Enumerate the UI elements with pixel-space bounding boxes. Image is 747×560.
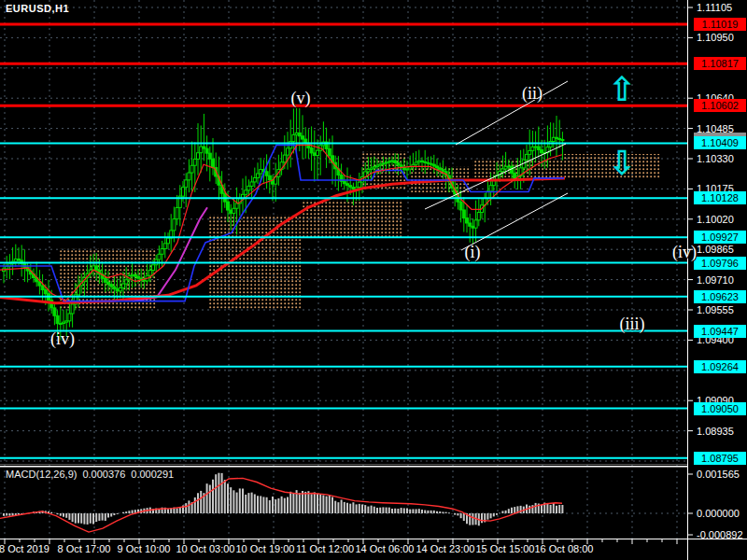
macd-value: 0.000376	[82, 469, 125, 480]
time-tick-label: 14 Oct 06:00	[356, 543, 415, 554]
down-arrow-icon[interactable]: ⇩	[608, 147, 636, 180]
support-level-label: 1.09447	[694, 325, 746, 338]
price-tick-label: 1.09555	[697, 304, 734, 315]
time-tick-label: 15 Oct 15:00	[476, 543, 535, 554]
macd-scale-label: 0.000000	[697, 508, 740, 519]
time-tick-label: 11 Oct 12:00	[296, 543, 354, 554]
time-tick-label: 9 Oct 10:00	[118, 543, 171, 554]
time-tick-label: 8 Oct 2019	[0, 543, 49, 554]
elliott-wave-label[interactable]: (i)	[465, 243, 481, 262]
support-level-label: 1.09623	[694, 290, 746, 303]
price-tick-label: 1.10330	[697, 153, 734, 164]
support-level-label: 1.09796	[694, 257, 746, 270]
ichimoku-cloud	[60, 151, 661, 310]
chart-title: EURUSD,H1	[6, 3, 69, 14]
support-level-label: 1.09264	[694, 360, 746, 373]
support-level-label: 1.09050	[694, 402, 746, 415]
time-tick-label: 8 Oct 17:00	[58, 543, 111, 554]
price-tick-label: 1.11105	[697, 2, 732, 13]
resistance-level-label: 1.10602	[694, 99, 746, 112]
elliott-wave-label[interactable]: (iii)	[620, 315, 645, 334]
elliott-wave-label[interactable]: (ii)	[522, 84, 543, 104]
time-tick-label: 10 Oct 19:00	[236, 543, 295, 554]
elliott-wave-label[interactable]: (iv)	[50, 329, 75, 349]
up-arrow-icon[interactable]: ⇧	[608, 73, 636, 106]
elliott-wave-label[interactable]: (iv)	[672, 243, 697, 262]
time-tick-label: 10 Oct 03:00	[176, 543, 235, 554]
macd-signal-value: 0.000291	[131, 469, 174, 480]
chart-window: EURUSD,H1 MACD(12,26,9)0.0003760.000291 …	[0, 0, 747, 560]
support-level-label: 1.10128	[694, 191, 746, 204]
price-tick-label: 1.10950	[697, 32, 734, 43]
macd-indicator-label: MACD(12,26,9)0.0003760.000291	[6, 469, 179, 480]
support-resistance-lines[interactable]	[0, 24, 687, 458]
support-level-label: 1.09927	[694, 231, 746, 244]
time-tick-label: 16 Oct 08:00	[535, 543, 594, 554]
macd-name: MACD(12,26,9)	[6, 469, 77, 480]
price-tick-label: 1.08935	[697, 426, 734, 437]
price-tick-label: 1.10020	[697, 214, 734, 225]
macd-plot	[0, 473, 562, 532]
price-tick-label: 1.09710	[697, 274, 734, 286]
macd-scale-label: -0.000892	[697, 529, 743, 540]
resistance-level-label: 1.10817	[694, 57, 746, 70]
time-tick-label: 14 Oct 23:00	[416, 543, 475, 554]
macd-scale-label: 0.001565	[697, 469, 740, 480]
elliott-wave-label[interactable]: (v)	[291, 89, 311, 108]
resistance-level-label: 1.11019	[694, 18, 746, 31]
price-tick-label: 1.10485	[697, 123, 734, 134]
price-tick-label: 1.09865	[697, 244, 734, 255]
support-level-label: 1.08795	[694, 452, 746, 465]
support-level-label: 1.10409	[694, 136, 746, 149]
